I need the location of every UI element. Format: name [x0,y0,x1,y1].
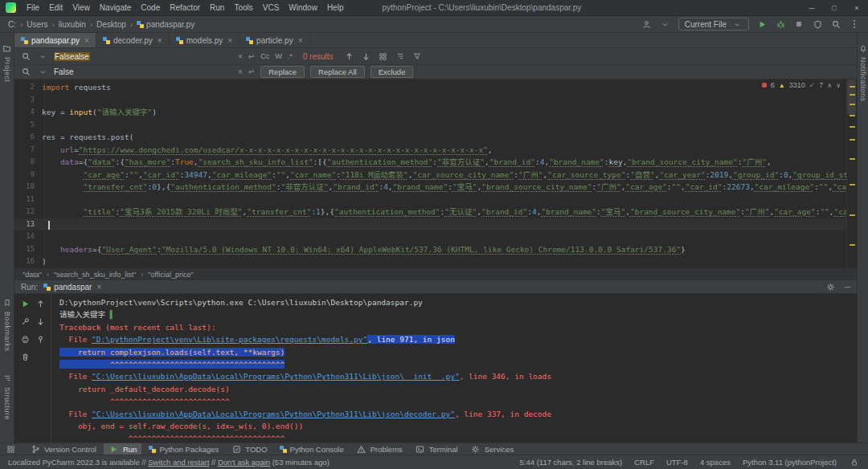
code-line[interactable]: 9 "car_age":"","car_id":34947,"car_milea… [14,169,846,181]
code-line[interactable]: 13 [14,218,846,231]
code-line[interactable]: 10 "transfer_cnt":0},{"authentication_me… [14,181,846,194]
line-ending[interactable]: CRLF [634,458,654,467]
replace-input[interactable]: False [54,67,232,76]
coverage-icon[interactable] [812,18,823,30]
error-stripe[interactable] [846,80,857,268]
encoding[interactable]: UTF-8 [666,458,688,467]
menu-edit[interactable]: Edit [44,2,68,14]
stacktrace-link[interactable]: "C:\Users\liuxubin\AppData\Local\Program… [92,372,460,381]
breadcrumb-item[interactable]: "official_price" [148,271,193,279]
close-button[interactable]: × [845,0,868,16]
interpreter[interactable]: Python 3.11 (pythonProject) [743,458,837,467]
toolwindow-run[interactable]: Run [104,443,141,455]
caret-position[interactable]: 5:44 (117 chars, 2 line breaks) [520,458,623,467]
menu-refactor[interactable]: Refactor [165,2,205,14]
match-case-toggle[interactable]: Cc [260,52,269,60]
switch-restart-link[interactable]: Switch and restart [148,458,209,467]
tab-particle.py[interactable]: particle.py× [240,33,309,47]
close-icon[interactable]: × [227,36,232,45]
search-input[interactable]: Falsealse [54,52,232,61]
scrollbar-thumb[interactable] [847,80,856,115]
previous-problem-icon[interactable]: ∧ [827,82,832,89]
hide-panel-icon[interactable]: ─ [845,283,850,292]
toolwindow-todo[interactable]: TODO [226,443,272,455]
debug-button[interactable] [775,18,786,30]
search-history-icon[interactable] [37,51,48,62]
breadcrumb-item[interactable]: C: [8,20,16,29]
inspections-widget[interactable]: 6 ▲ 3310 ✓ 7 ∧ ∨ [759,80,844,90]
menu-help[interactable]: Help [322,2,349,14]
breadcrumb-item[interactable]: Desktop [96,20,126,29]
clear-replace-icon[interactable]: × [238,67,243,76]
search-everywhere-icon[interactable] [830,18,841,30]
stacktrace-link[interactable]: "D:\pythonProject\venv\Lib\site-packages… [92,335,367,344]
stop-button[interactable] [793,18,805,30]
toolwindow-terminal[interactable]: Terminal [410,443,463,455]
toolwindow-services[interactable]: Services [465,443,518,455]
pin-icon[interactable] [35,333,46,345]
toolwindow-grid-icon[interactable] [5,443,16,455]
code-line[interactable]: 11 [14,194,846,206]
menu-vcs[interactable]: VCS [258,2,285,14]
menu-navigate[interactable]: Navigate [95,2,136,14]
newline-icon[interactable]: ↵ [248,52,255,61]
tab-decoder.py[interactable]: decoder.py× [96,33,170,47]
run-settings-icon[interactable] [19,316,31,327]
menu-file[interactable]: File [22,2,44,14]
scroll-down-icon[interactable] [35,316,46,327]
tab-models.py[interactable]: models.py× [170,33,240,47]
open-in-find-window-icon[interactable] [395,51,406,62]
toolwindow-python-packages[interactable]: Python Packages [144,443,223,455]
words-toggle[interactable]: W [275,52,282,60]
next-problem-icon[interactable]: ∨ [836,82,841,89]
replace-button[interactable]: Replace [260,66,305,78]
run-configuration-select[interactable]: Current File [678,18,749,31]
code-line[interactable]: 14 [14,230,846,243]
code-line[interactable]: 15 headers={"User_Agent":"Mozilla/5.0 (W… [14,243,846,256]
code-line[interactable]: 3 [14,94,846,107]
menu-run[interactable]: Run [205,2,229,14]
previous-occurrence-icon[interactable] [344,51,355,62]
toolwindow-python-console[interactable]: Python Console [275,443,349,455]
stripe-button-bookmarks[interactable]: Bookmarks [2,297,13,352]
code-line[interactable]: 12 "title":"宝马3系 2015款 320Li 时尚型","trans… [14,206,846,218]
menu-view[interactable]: View [68,2,95,14]
rerun-icon[interactable] [19,298,31,309]
next-occurrence-icon[interactable] [361,51,372,62]
code-line[interactable]: 7 url="https://www.dongchedi.com/usedcar… [14,144,846,157]
breadcrumb-item[interactable]: pandaspar.py [137,20,194,29]
exclude-button[interactable]: Exclude [371,66,414,78]
menu-tools[interactable]: Tools [229,2,257,14]
stacktrace-link[interactable]: "C:\Users\liuxubin\AppData\Local\Program… [92,410,455,418]
code-line[interactable]: 2import requests [14,81,846,94]
toolwindow-problems[interactable]: Problems [351,443,407,455]
minimize-button[interactable]: ─ [800,0,823,16]
close-icon[interactable]: × [298,36,303,45]
preserve-case-icon[interactable]: ↵ [248,67,255,76]
clear-console-icon[interactable] [19,351,31,362]
more-vertical-icon[interactable] [849,18,860,30]
code-line[interactable]: 8 data={"data":{"has_more":True,"search_… [14,156,846,169]
filter-icon[interactable] [411,51,423,62]
breadcrumb-item[interactable]: Users [27,20,47,29]
toolwindow-version-control[interactable]: Version Control [25,443,101,455]
close-icon[interactable]: × [84,36,89,45]
close-icon[interactable]: × [158,36,162,45]
user-icon[interactable] [641,18,653,30]
breadcrumb-item[interactable]: "search_sh_sku_info_list" [54,271,136,279]
replace-all-button[interactable]: Replace All [310,66,365,78]
lock-icon[interactable] [849,457,860,468]
stripe-button-structure[interactable]: Structure [2,373,13,420]
replace-history-icon[interactable] [37,67,48,78]
breadcrumb-item[interactable]: "data" [23,271,42,279]
console-output[interactable]: D:\pythonProject\venv\Scripts\python.exe… [51,294,857,442]
breadcrumb-item[interactable]: liuxubin [59,20,86,29]
maximize-button[interactable]: □ [823,0,845,16]
scroll-up-icon[interactable] [35,298,46,309]
code-line[interactable]: 16) [14,255,846,268]
indent-setting[interactable]: 4 spaces [700,458,731,467]
regex-toggle[interactable]: .* [288,52,293,60]
code-line[interactable]: 6res = requests.post( [14,131,846,144]
clear-search-icon[interactable]: × [238,52,243,61]
settings-gear-icon[interactable] [825,281,837,292]
